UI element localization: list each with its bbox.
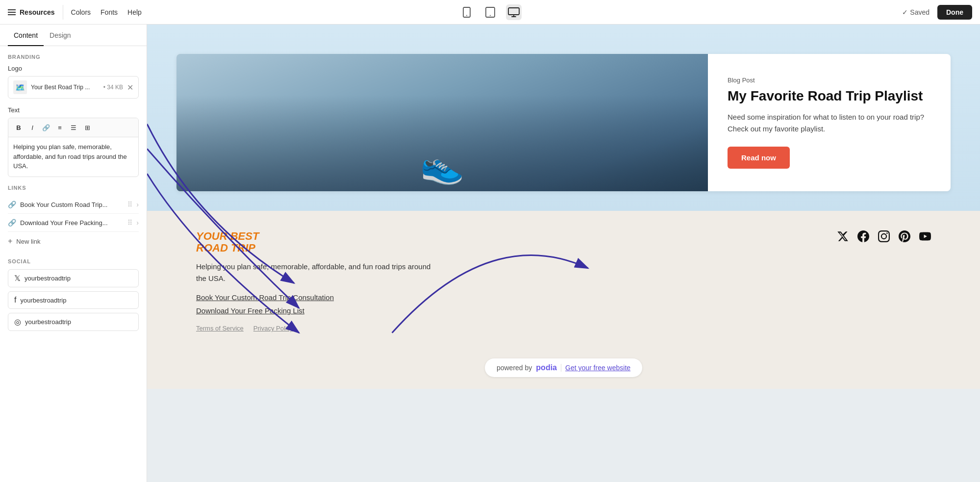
logo-remove-button[interactable]: ✕ <box>127 83 133 92</box>
logo-row: 🗺️ Your Best Road Trip ... • 34 KB ✕ <box>8 76 139 99</box>
powered-by-label: powered by <box>497 364 532 372</box>
twitter-icon: 𝕏 <box>14 274 21 283</box>
text-field-label: Text <box>8 106 139 114</box>
links-section: LINKS 🔗 Book Your Custom Road Trip... ⠿ … <box>0 185 147 258</box>
ordered-list-button[interactable]: ☰ <box>67 121 80 134</box>
blog-post-label: Blog Post <box>728 76 931 84</box>
hamburger-icon <box>8 9 16 15</box>
blog-content: Blog Post My Favorite Road Trip Playlist… <box>708 54 951 191</box>
social-instagram[interactable]: ◎ yourbestroadtrip <box>8 313 139 331</box>
footer-top: YOUR BEST ROAD TRIP Helping you plan saf… <box>196 230 931 347</box>
footer-link-2[interactable]: Download Your Free Packing List <box>196 306 441 315</box>
canvas-area: 👟 Blog Post My Favorite Road Trip Playli… <box>147 25 980 482</box>
svg-point-3 <box>490 15 491 16</box>
footer-legal: Terms of Service Privacy Policy <box>196 325 441 332</box>
instagram-social-icon[interactable] <box>878 230 890 245</box>
footer-logo-line1: YOUR BEST <box>196 230 259 242</box>
sidebar: Content Design BRANDING Logo 🗺️ Your Bes… <box>0 25 147 482</box>
instagram-icon: ◎ <box>14 317 21 327</box>
branding-label: BRANDING <box>8 54 139 60</box>
facebook-icon: f <box>14 296 16 304</box>
link-arrow-1: › <box>136 201 139 208</box>
text-section: Text B I 🔗 ≡ ☰ ⊞ Helping you plan safe, … <box>0 106 147 185</box>
blog-description: Need some inspiration for what to listen… <box>728 111 931 135</box>
social-media-icons <box>837 230 931 245</box>
tablet-device-icon[interactable] <box>482 4 498 20</box>
nav-right-actions: ✓ Saved Done <box>902 5 972 20</box>
sidebar-tabs: Content Design <box>0 25 147 46</box>
footer-logo: YOUR BEST ROAD TRIP <box>196 230 441 254</box>
footer-logo-line2: ROAD TRIP <box>196 242 255 254</box>
svg-point-1 <box>466 15 467 16</box>
text-content[interactable]: Helping you plan safe, memorable, afford… <box>8 137 138 177</box>
powered-divider <box>561 364 561 372</box>
main-layout: Content Design BRANDING Logo 🗺️ Your Bes… <box>0 25 980 482</box>
top-navigation: Resources Colors Fonts Help ✓ <box>0 0 980 25</box>
youtube-social-icon[interactable] <box>919 230 931 245</box>
link-label-1: Book Your Custom Road Trip... <box>20 201 124 208</box>
facebook-handle: yourbestroadtrip <box>20 297 66 304</box>
social-facebook[interactable]: f yourbestroadtrip <box>8 291 139 309</box>
twitter-handle: yourbestroadtrip <box>25 275 71 282</box>
embed-button[interactable]: ⊞ <box>81 121 94 134</box>
drag-handle-2: ⠿ <box>127 219 132 227</box>
colors-nav-link[interactable]: Colors <box>71 8 91 16</box>
resources-label: Resources <box>20 8 55 16</box>
link-arrow-2: › <box>136 219 139 227</box>
podia-brand: podia <box>536 363 557 372</box>
fonts-nav-link[interactable]: Fonts <box>101 8 118 16</box>
powered-by-section: powered by podia Get your free website <box>147 347 980 389</box>
device-switcher <box>459 4 522 20</box>
bullet-list-button[interactable]: ≡ <box>53 121 66 134</box>
link-item-2[interactable]: 🔗 Download Your Free Packing... ⠿ › <box>8 214 139 232</box>
drag-handle-1: ⠿ <box>127 201 132 208</box>
link-button[interactable]: 🔗 <box>40 121 52 134</box>
blog-card: 👟 Blog Post My Favorite Road Trip Playli… <box>176 54 951 191</box>
logo-filename: Your Best Road Trip ... <box>31 84 100 91</box>
footer-description: Helping you plan safe, memorable, afford… <box>196 261 441 284</box>
help-nav-link[interactable]: Help <box>127 8 142 16</box>
svg-rect-4 <box>508 8 519 15</box>
mobile-device-icon[interactable] <box>459 4 475 20</box>
text-editor: B I 🔗 ≡ ☰ ⊞ Helping you plan safe, memor… <box>8 118 139 177</box>
logo-size: • 34 KB <box>103 84 123 91</box>
logo-thumbnail: 🗺️ <box>13 80 27 94</box>
blog-image: 👟 <box>176 54 708 191</box>
social-label: SOCIAL <box>8 258 139 264</box>
twitter-social-icon[interactable] <box>837 230 849 245</box>
italic-button[interactable]: I <box>26 121 39 134</box>
instagram-handle: yourbestroadtrip <box>25 318 71 326</box>
link-label-2: Download Your Free Packing... <box>20 219 124 227</box>
tab-design[interactable]: Design <box>44 25 77 46</box>
footer-section: YOUR BEST ROAD TRIP Helping you plan saf… <box>147 211 980 347</box>
nav-links: Colors Fonts Help <box>71 8 142 16</box>
footer-logo-area: YOUR BEST ROAD TRIP Helping you plan saf… <box>196 230 441 332</box>
blog-title: My Favorite Road Trip Playlist <box>728 88 931 104</box>
get-free-website-link[interactable]: Get your free website <box>565 364 630 372</box>
new-link-button[interactable]: + New link <box>8 232 139 251</box>
facebook-social-icon[interactable] <box>857 230 869 245</box>
social-twitter[interactable]: 𝕏 yourbestroadtrip <box>8 269 139 287</box>
link-icon-1: 🔗 <box>8 201 16 208</box>
logo-field-label: Logo <box>8 65 139 72</box>
branding-section: BRANDING Logo 🗺️ Your Best Road Trip ...… <box>0 46 147 106</box>
done-button[interactable]: Done <box>937 5 972 20</box>
read-now-button[interactable]: Read now <box>728 147 790 169</box>
powered-by-badge: powered by podia Get your free website <box>485 358 642 377</box>
desktop-device-icon[interactable] <box>506 4 522 20</box>
links-label: LINKS <box>8 185 139 191</box>
blog-section: 👟 Blog Post My Favorite Road Trip Playli… <box>147 25 980 211</box>
nav-divider <box>63 5 63 20</box>
footer-link-1[interactable]: Book Your Custom Road Trip Consultation <box>196 293 441 302</box>
link-icon-2: 🔗 <box>8 219 16 227</box>
tab-content[interactable]: Content <box>8 25 44 46</box>
pinterest-social-icon[interactable] <box>899 230 910 245</box>
social-section: SOCIAL 𝕏 yourbestroadtrip f yourbestroad… <box>0 258 147 343</box>
new-link-label: New link <box>16 238 40 245</box>
privacy-link[interactable]: Privacy Policy <box>253 325 293 332</box>
saved-status: ✓ Saved <box>902 8 930 16</box>
terms-link[interactable]: Terms of Service <box>196 325 244 332</box>
resources-menu[interactable]: Resources <box>8 8 55 16</box>
bold-button[interactable]: B <box>12 121 25 134</box>
link-item-1[interactable]: 🔗 Book Your Custom Road Trip... ⠿ › <box>8 196 139 214</box>
